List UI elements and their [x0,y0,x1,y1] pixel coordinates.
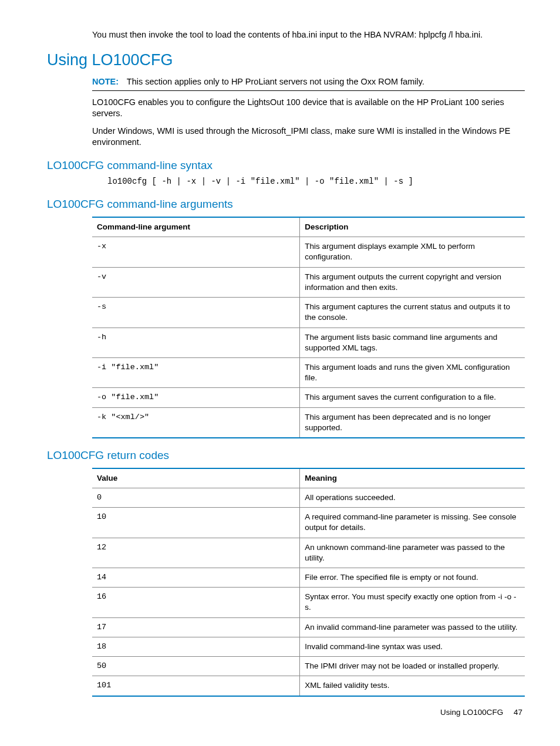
meaning-cell: All operations succeeded. [300,488,525,507]
table-row: -xThis argument displays example XML to … [92,237,525,267]
desc-cell: This argument outputs the current copyri… [300,267,525,297]
table-row: -k "<xml/>"This argument has been deprec… [92,407,525,438]
syntax-code: lo100cfg [ -h | -x | -v | -i "file.xml" … [107,176,525,187]
meaning-cell: A required command-line parameter is mis… [300,508,525,538]
page-footer: Using LO100CFG 47 [47,707,525,718]
args-header-argument: Command-line argument [92,217,300,237]
table-row: 0All operations succeeded. [92,488,525,507]
table-row: 101XML failed validity tests. [92,676,525,696]
heading-arguments: LO100CFG command-line arguments [47,197,525,212]
return-header-meaning: Meaning [300,468,525,488]
paragraph-1: LO100CFG enables you to configure the Li… [92,97,525,120]
note-divider [92,90,525,91]
args-header-description: Description [300,217,525,237]
value-cell: 18 [92,637,300,656]
meaning-cell: XML failed validity tests. [300,676,525,696]
value-cell: 10 [92,508,300,538]
meaning-cell: Syntax error. You must specify exactly o… [300,588,525,617]
arg-cell: -h [92,328,300,357]
note-label: NOTE: [92,76,124,88]
heading-syntax: LO100CFG command-line syntax [47,158,525,173]
footer-page-number: 47 [514,707,522,718]
table-row: -sThis argument captures the current sta… [92,298,525,328]
table-row: -hThe argument lists basic command line … [92,328,525,357]
arg-cell: -o "file.xml" [92,388,300,407]
meaning-cell: The IPMI driver may not be loaded or ins… [300,657,525,676]
table-row: 10A required command-line parameter is m… [92,508,525,538]
desc-cell: This argument has been deprecated and is… [300,407,525,438]
return-header-value: Value [92,468,300,488]
desc-cell: This argument captures the current statu… [300,298,525,328]
table-row: -vThis argument outputs the current copy… [92,267,525,297]
arg-cell: -x [92,237,300,267]
paragraph-2: Under Windows, WMI is used through the M… [92,126,525,148]
meaning-cell: Invalid command-line syntax was used. [300,637,525,656]
intro-paragraph: You must then invoke the tool to load th… [92,29,525,41]
value-cell: 12 [92,538,300,568]
table-row: 18Invalid command-line syntax was used. [92,637,525,656]
arg-cell: -v [92,267,300,297]
desc-cell: This argument saves the current configur… [300,388,525,407]
table-row: 16Syntax error. You must specify exactly… [92,588,525,617]
value-cell: 17 [92,617,300,637]
value-cell: 101 [92,676,300,696]
note-text: This section applies only to HP ProLiant… [127,77,424,86]
arg-cell: -i "file.xml" [92,357,300,387]
meaning-cell: An unknown command-line parameter was pa… [300,538,525,568]
table-row: -i "file.xml"This argument loads and run… [92,357,525,387]
meaning-cell: File error. The specified file is empty … [300,568,525,588]
return-codes-table: Value Meaning 0All operations succeeded.… [92,468,525,697]
desc-cell: This argument displays example XML to pe… [300,237,525,267]
value-cell: 14 [92,568,300,588]
heading-return-codes: LO100CFG return codes [47,448,525,463]
value-cell: 0 [92,488,300,507]
arg-cell: -s [92,298,300,328]
table-row: 50The IPMI driver may not be loaded or i… [92,657,525,676]
value-cell: 16 [92,588,300,617]
arg-cell: -k "<xml/>" [92,407,300,438]
value-cell: 50 [92,657,300,676]
table-row: -o "file.xml"This argument saves the cur… [92,388,525,407]
note-row: NOTE: This section applies only to HP Pr… [92,76,525,88]
footer-section-label: Using LO100CFG [440,708,503,717]
meaning-cell: An invalid command-line parameter was pa… [300,617,525,637]
arguments-table: Command-line argument Description -xThis… [92,217,525,438]
desc-cell: The argument lists basic command line ar… [300,328,525,357]
table-row: 17An invalid command-line parameter was … [92,617,525,637]
desc-cell: This argument loads and runs the given X… [300,357,525,387]
table-row: 12An unknown command-line parameter was … [92,538,525,568]
heading-using-lo100cfg: Using LO100CFG [47,49,525,70]
table-row: 14File error. The specified file is empt… [92,568,525,588]
